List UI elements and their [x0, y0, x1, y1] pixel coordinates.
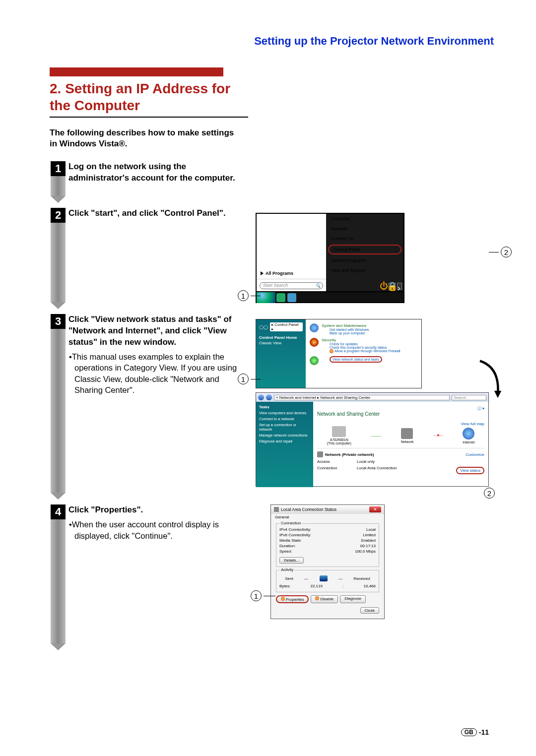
nsc-task[interactable]: Diagnose and repair — [259, 439, 310, 443]
step-badge-4: 4 — [50, 504, 67, 650]
page-number: -11 — [479, 728, 489, 736]
lan-ipv4-value: Local — [366, 527, 376, 532]
cp-category-security[interactable]: Security — [322, 338, 401, 342]
computer-icon — [332, 426, 346, 437]
step-3-note: •This manual uses examples to explain th… — [68, 351, 248, 395]
triangle-icon — [261, 271, 264, 275]
nsc-access-value: Local only — [357, 459, 484, 464]
callout-1: 1 — [238, 290, 249, 301]
lan-status-screenshot: Local Area Connection Status ✕ General C… — [270, 504, 494, 619]
region-badge: GB — [461, 728, 477, 736]
section-title: 2. Setting an IP Address for the Compute… — [50, 80, 248, 118]
nsc-customize[interactable]: Customize — [466, 452, 484, 457]
lan-group-activity: Activity — [279, 567, 295, 572]
step-badge-1: 1 — [50, 161, 67, 203]
page-header: Setting up the Projector Network Environ… — [50, 35, 494, 48]
section-title-text: Setting an IP Address for the Computer — [50, 81, 230, 113]
lan-speed-label: Speed: — [279, 549, 292, 554]
callout-1: 1 — [251, 590, 262, 601]
lock-icon[interactable]: 🔒 — [389, 283, 396, 290]
chevron-right-icon[interactable]: › — [397, 283, 402, 290]
startmenu-item-help[interactable]: Help and Support — [326, 265, 403, 275]
startmenu-item-default-programs[interactable]: Default Programs — [326, 255, 403, 265]
power-icon[interactable]: ⏻ — [380, 283, 387, 290]
nav-back-icon[interactable] — [258, 394, 264, 400]
cp-link[interactable]: Allow a program through Windows Firewall — [330, 349, 401, 353]
startmenu-item-control-panel[interactable]: Control Panel — [328, 245, 402, 254]
step-badge-3: 3 — [50, 314, 67, 500]
lan-sent-label: Sent — [285, 576, 293, 581]
step-2-text: Click "start", and click "Control Panel"… — [68, 208, 248, 219]
nsc-help-icon[interactable]: ⓘ ▾ — [317, 406, 484, 411]
nsc-task[interactable]: Connect to a network — [259, 417, 310, 421]
step-number: 3 — [51, 314, 66, 329]
page-footer: GB -11 — [461, 728, 489, 736]
network-small-icon — [317, 451, 323, 457]
nsc-view-full-map[interactable]: View full map — [317, 422, 484, 426]
nsc-connection-label: Connection — [317, 466, 357, 470]
lan-ipv4-label: IPv4 Connectivity: — [279, 527, 311, 532]
lan-group-connection: Connection — [279, 521, 302, 525]
network-icon — [310, 356, 319, 365]
step-1-text: Log on the network using the administrat… — [68, 161, 248, 184]
nsc-title: Network and Sharing Center — [317, 411, 484, 417]
nsc-view-status-button[interactable]: View status — [456, 467, 484, 474]
callout-2: 2 — [501, 247, 512, 257]
lan-disable-button[interactable]: Disable — [311, 595, 338, 603]
lan-ipv6-value: Limited — [363, 533, 376, 537]
network-device-icon — [401, 428, 413, 439]
nsc-node-network: Network — [401, 440, 414, 443]
start-search-input[interactable]: Start Search🔍 — [260, 282, 323, 289]
cp-sidebar-classic[interactable]: Classic View — [259, 341, 303, 345]
cp-link[interactable]: Back up your computer — [330, 331, 369, 335]
start-menu-screenshot: All Programs Start Search🔍 Computer Netw… — [256, 213, 494, 303]
startmenu-item-computer[interactable]: Computer — [326, 214, 403, 224]
close-icon[interactable]: ✕ — [369, 506, 381, 512]
cp-link[interactable]: Check for updates — [330, 342, 401, 346]
intro-text: The following describes how to make sett… — [50, 127, 238, 149]
lan-details-button[interactable]: Details... — [279, 557, 304, 564]
lan-ipv6-label: IPv6 Connectivity: — [279, 533, 311, 537]
activity-icon — [320, 575, 328, 581]
section-accent-bar — [50, 67, 223, 76]
cp-link[interactable]: Get started with Windows — [330, 328, 369, 331]
startmenu-item-connect-to[interactable]: Connect To — [326, 234, 403, 244]
control-panel-screenshot: ◯◯ ▸ Control Panel ▸ Control Panel Home … — [256, 319, 494, 388]
startmenu-item-network[interactable]: Network — [326, 224, 403, 234]
lan-window-title: Local Area Connection Status — [281, 507, 336, 512]
all-programs-label[interactable]: All Programs — [266, 271, 293, 276]
nsc-node-internet: Internet — [463, 441, 474, 444]
lan-bytes-recv: 10,466 — [364, 584, 376, 588]
cp-category-system[interactable]: System and Maintenance — [322, 323, 369, 328]
lan-received-label: Received — [353, 576, 370, 581]
shield-mini-icon — [330, 349, 334, 353]
lan-close-button[interactable]: Close — [360, 607, 379, 614]
nav-forward-icon[interactable] — [266, 394, 272, 400]
step-4-note: •When the user account control display i… — [68, 519, 248, 541]
search-input[interactable]: Search — [452, 395, 486, 400]
cp-view-network-status[interactable]: View network status and tasks — [330, 356, 382, 363]
step-number: 4 — [51, 504, 66, 519]
shield-mini-icon — [281, 597, 285, 601]
window-icon — [274, 507, 279, 512]
nsc-access-label: Access — [317, 459, 357, 464]
system-icon — [310, 323, 319, 332]
taskbar-icon[interactable] — [287, 293, 296, 302]
cp-sidebar-home[interactable]: Control Panel Home — [259, 335, 303, 340]
lan-properties-button[interactable]: Properties — [276, 595, 309, 603]
cp-link[interactable]: Check this computer's security status — [330, 346, 401, 349]
nsc-node-pc: A7029001N (This computer) — [327, 438, 351, 445]
taskbar-icon[interactable] — [276, 293, 285, 302]
network-sharing-center-screenshot: « Network and Internet ▸ Network and Sha… — [256, 392, 489, 487]
lan-duration-label: Duration: — [279, 544, 295, 548]
callout-1: 1 — [238, 374, 249, 384]
nsc-task[interactable]: Set up a connection or network — [259, 423, 310, 432]
lan-diagnose-button[interactable]: Diagnose — [340, 595, 366, 603]
lan-tab-general[interactable]: General — [271, 514, 384, 520]
nsc-network-label: Network (Private network) — [325, 452, 374, 457]
callout-2: 2 — [484, 488, 495, 499]
nsc-task[interactable]: Manage network connections — [259, 433, 310, 438]
lan-duration-value: 00:17:13 — [360, 544, 376, 548]
nsc-task[interactable]: View computers and devices — [259, 411, 310, 415]
address-bar[interactable]: « Network and Internet ▸ Network and Sha… — [274, 395, 450, 400]
